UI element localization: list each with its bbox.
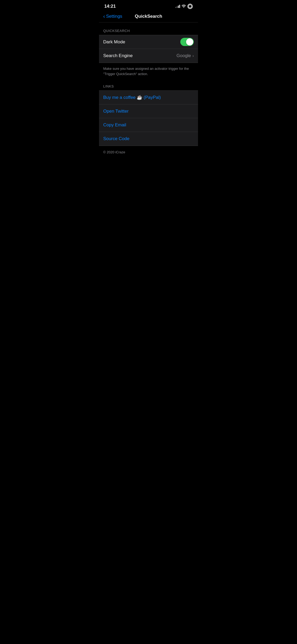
open-twitter-label: Open Twitter [103, 109, 129, 114]
search-engine-label: Search Engine [103, 53, 133, 58]
buy-coffee-label: Buy me a coffee ☕ (PayPal) [103, 95, 161, 100]
nav-bar: ‹ Settings QuickSearch [99, 12, 198, 22]
links-group: Buy me a coffee ☕ (PayPal) Open Twitter … [99, 90, 198, 146]
source-code-row[interactable]: Source Code [99, 132, 198, 146]
status-icons [175, 4, 193, 9]
open-twitter-row[interactable]: Open Twitter [99, 104, 198, 118]
page-title: QuickSearch [135, 14, 162, 19]
wifi-icon [182, 4, 186, 8]
toggle-thumb [186, 38, 193, 45]
copyright-text: © 2020 iCraze [99, 146, 198, 158]
search-engine-value-container: Google › [177, 53, 194, 58]
battery-icon [187, 4, 193, 9]
dark-mode-toggle[interactable] [180, 38, 194, 46]
source-code-label: Source Code [103, 136, 129, 141]
quicksearch-section-header: QUICKSEARCH [99, 29, 198, 35]
search-engine-row[interactable]: Search Engine Google › [99, 49, 198, 63]
copy-email-label: Copy Email [103, 122, 126, 128]
status-time: 14:21 [104, 4, 116, 9]
back-button[interactable]: ‹ Settings [103, 13, 122, 19]
info-text: Make sure you have assigned an activator… [103, 66, 194, 76]
dark-mode-row[interactable]: Dark Mode [99, 35, 198, 49]
links-section-header: LINKS [99, 84, 198, 90]
back-label: Settings [106, 14, 122, 19]
settings-content: QUICKSEARCH Dark Mode Search Engine Goog… [99, 22, 198, 158]
quicksearch-settings-group: Dark Mode Search Engine Google › [99, 35, 198, 63]
search-engine-value: Google [177, 53, 191, 58]
signal-icon [175, 5, 180, 8]
copy-email-row[interactable]: Copy Email [99, 118, 198, 132]
dark-mode-label: Dark Mode [103, 39, 125, 45]
buy-coffee-row[interactable]: Buy me a coffee ☕ (PayPal) [99, 91, 198, 104]
status-bar: 14:21 [99, 0, 198, 12]
info-text-box: Make sure you have assigned an activator… [99, 63, 198, 82]
back-chevron-icon: ‹ [103, 13, 105, 19]
search-engine-chevron-icon: › [192, 54, 194, 58]
